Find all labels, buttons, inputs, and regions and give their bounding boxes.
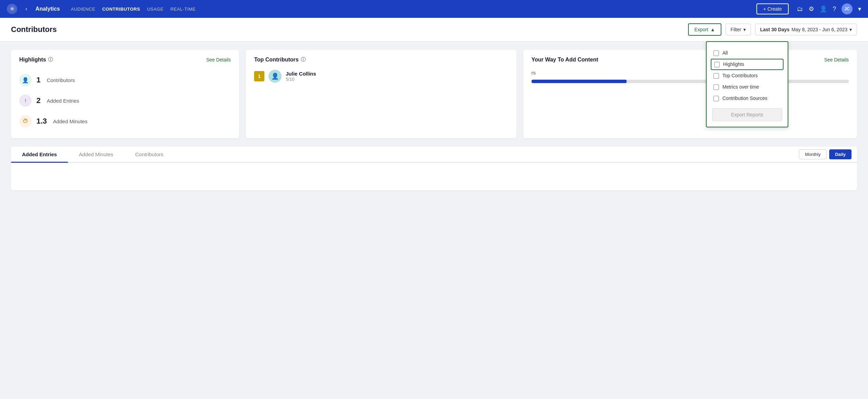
user-icon[interactable]: 👤 bbox=[820, 5, 827, 13]
nav-link-realtime[interactable]: REAL-TIME bbox=[170, 5, 196, 13]
nav-link-audience[interactable]: AUDIENCE bbox=[71, 5, 95, 13]
export-reports-button[interactable]: Export Reports bbox=[712, 108, 782, 121]
highlights-see-details[interactable]: See Details bbox=[206, 57, 231, 62]
tabs-section: Added Entries Added Minutes Contributors… bbox=[11, 147, 857, 190]
added-minutes-icon: ⏱ bbox=[19, 115, 32, 127]
folder-icon[interactable]: 🗂 bbox=[797, 5, 803, 13]
tab-contributors[interactable]: Contributors bbox=[124, 147, 174, 162]
added-minutes-value: 1.3 bbox=[36, 117, 47, 126]
highlights-info-icon[interactable]: ⓘ bbox=[48, 57, 53, 63]
monthly-button[interactable]: Monthly bbox=[799, 149, 826, 159]
daterange-value: May 8, 2023 - Jun 6, 2023 bbox=[791, 27, 847, 32]
nav-link-contributors[interactable]: CONTRIBUTORS bbox=[102, 5, 140, 13]
nav-link-usage[interactable]: USAGE bbox=[147, 5, 163, 13]
top-contributors-card: Top Contributors ⓘ 1 👤 Julie Collins 5/1… bbox=[246, 50, 516, 138]
contributor-name: Julie Collins bbox=[286, 71, 316, 77]
export-option-all[interactable]: All bbox=[712, 47, 782, 59]
help-icon[interactable]: ? bbox=[833, 5, 836, 13]
checkbox-metrics[interactable] bbox=[713, 84, 719, 90]
added-entries-icon: ↑ bbox=[19, 94, 32, 107]
contributors-label: Contributors bbox=[47, 77, 75, 83]
daily-button[interactable]: Daily bbox=[829, 149, 852, 159]
right-card-header: Your Way To Add Content See Details bbox=[532, 57, 849, 63]
chevron-down-icon: ▾ bbox=[743, 27, 746, 32]
chevron-down-icon[interactable]: ▾ bbox=[858, 5, 861, 13]
export-contribution-label: Contribution Sources bbox=[722, 95, 767, 101]
right-card-see-details[interactable]: See Details bbox=[824, 57, 849, 62]
nav-title: Analytics bbox=[35, 6, 60, 12]
added-entries-label: Added Entries bbox=[47, 98, 79, 104]
top-nav: ✳ ‹ Analytics AUDIENCE CONTRIBUTORS USAG… bbox=[0, 0, 868, 18]
export-button[interactable]: Export ▲ bbox=[688, 23, 721, 36]
tabs-controls: Monthly Daily bbox=[793, 147, 857, 162]
top-contributors-header: Top Contributors ⓘ bbox=[254, 57, 508, 63]
metric-added-entries: ↑ 2 Added Entries bbox=[19, 90, 231, 111]
highlights-card: Highlights ⓘ See Details 👤 1 Contributor… bbox=[11, 50, 239, 138]
rank-badge: 1 bbox=[254, 71, 264, 81]
export-option-contribution-sources[interactable]: Contribution Sources bbox=[712, 93, 782, 104]
filter-label: Filter bbox=[731, 27, 741, 32]
chevron-up-icon: ▲ bbox=[710, 27, 715, 32]
top-contributors-title: Top Contributors ⓘ bbox=[254, 57, 305, 63]
export-option-highlights[interactable]: Highlights bbox=[711, 59, 784, 70]
daterange-button[interactable]: Last 30 Days May 8, 2023 - Jun 6, 2023 ▾ bbox=[755, 24, 857, 35]
tabs-header: Added Entries Added Minutes Contributors… bbox=[11, 147, 857, 163]
contributor-info: Julie Collins 5/10 bbox=[286, 71, 316, 82]
export-dropdown: All Highlights Top Contributors Metrics … bbox=[706, 41, 788, 127]
metric-contributors: 👤 1 Contributors bbox=[19, 70, 231, 90]
contributors-value: 1 bbox=[36, 76, 41, 84]
checkbox-all[interactable] bbox=[713, 50, 719, 56]
export-label: Export bbox=[694, 27, 708, 32]
checkbox-highlights[interactable] bbox=[714, 62, 720, 67]
settings-icon[interactable]: ⚙ bbox=[809, 5, 814, 13]
export-metrics-label: Metrics over time bbox=[722, 84, 759, 90]
export-highlights-label: Highlights bbox=[723, 61, 744, 67]
page-controls: Export ▲ Filter ▾ Last 30 Days May 8, 20… bbox=[688, 23, 857, 36]
contributor-score: 5/10 bbox=[286, 77, 316, 82]
added-minutes-label: Added Minutes bbox=[53, 118, 88, 124]
filter-button[interactable]: Filter ▾ bbox=[726, 24, 751, 35]
create-button[interactable]: + Create bbox=[756, 3, 789, 14]
export-option-metrics[interactable]: Metrics over time bbox=[712, 81, 782, 93]
metric-added-minutes: ⏱ 1.3 Added Minutes bbox=[19, 111, 231, 132]
checkbox-contribution-sources[interactable] bbox=[713, 96, 719, 101]
added-entries-value: 2 bbox=[36, 96, 41, 105]
progress-bar bbox=[532, 80, 849, 83]
export-top-label: Top Contributors bbox=[722, 73, 758, 78]
chevron-down-icon: ▾ bbox=[849, 27, 852, 32]
contributor-avatar: 👤 bbox=[269, 70, 282, 83]
highlights-title: Highlights ⓘ bbox=[19, 57, 53, 63]
logo: ✳ bbox=[7, 4, 17, 14]
nav-icons: 🗂 ⚙ 👤 ? JC ▾ bbox=[797, 3, 861, 14]
back-button[interactable]: ‹ bbox=[25, 6, 27, 12]
page-title: Contributors bbox=[11, 25, 57, 34]
checkbox-top-contributors[interactable] bbox=[713, 73, 719, 79]
tab-added-entries[interactable]: Added Entries bbox=[11, 147, 68, 162]
avatar[interactable]: JC bbox=[842, 3, 853, 14]
daterange-label: Last 30 Days bbox=[760, 27, 790, 32]
tabs-body bbox=[11, 163, 857, 190]
right-card: Your Way To Add Content See Details rs bbox=[523, 50, 857, 138]
top-contributors-info-icon[interactable]: ⓘ bbox=[301, 57, 306, 63]
export-all-label: All bbox=[722, 50, 728, 56]
nav-links: AUDIENCE CONTRIBUTORS USAGE REAL-TIME bbox=[71, 5, 748, 13]
page-header: Contributors Export ▲ Filter ▾ Last 30 D… bbox=[0, 18, 868, 42]
progress-bar-fill bbox=[532, 80, 627, 83]
highlights-card-header: Highlights ⓘ See Details bbox=[19, 57, 231, 63]
export-option-top-contributors[interactable]: Top Contributors bbox=[712, 70, 782, 81]
right-card-title: Your Way To Add Content bbox=[532, 57, 598, 63]
contributors-icon: 👤 bbox=[19, 74, 32, 86]
add-content-label: rs bbox=[532, 70, 849, 76]
contributor-row: 1 👤 Julie Collins 5/10 bbox=[254, 70, 508, 83]
tab-added-minutes[interactable]: Added Minutes bbox=[68, 147, 124, 162]
